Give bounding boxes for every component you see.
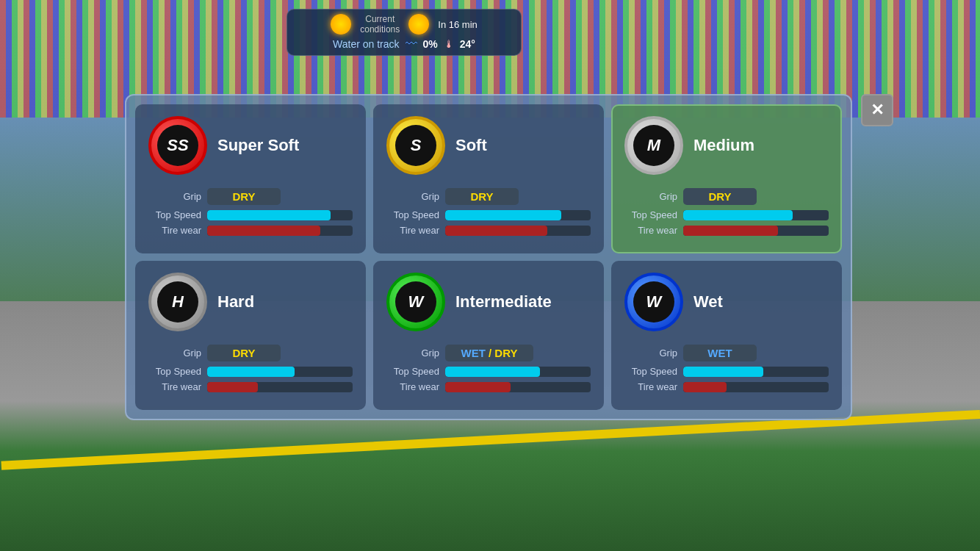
tirewear-bar-bg-soft [445,226,591,236]
sun-icon-future [408,14,429,35]
topspeed-label-hard: Top Speed [148,366,201,377]
weather-bar: Current conditions In 16 min Water on tr… [287,9,522,56]
tire-name-hard: Hard [217,292,254,311]
stat-topspeed-medium: Top Speed [624,209,829,220]
grip-badge-wet: WET [683,345,757,361]
tire-name-wet: Wet [693,292,723,311]
thermometer-icon: 🌡 [444,38,454,50]
tirewear-bar-bg-hard [207,382,353,392]
tire-name-super-soft: Super Soft [217,136,299,155]
topspeed-bar-bg-soft [445,210,591,220]
stat-topspeed-hard: Top Speed [148,366,353,377]
tire-letter-hard: H [157,281,198,323]
tire-card-intermediate[interactable]: W Intermediate Grip WET / DRY Top Speed … [373,261,604,410]
grip-label-wet: Grip [624,347,677,359]
grip-label-intermediate: Grip [386,347,439,359]
tirewear-bar-medium [683,226,778,236]
topspeed-label-medium: Top Speed [624,209,677,220]
topspeed-label-intermediate: Top Speed [386,366,439,377]
tirewear-bar-hard [207,382,258,392]
tire-icon-intermediate: W [386,273,445,331]
tirewear-label-wet: Tire wear [624,381,677,392]
topspeed-bar-bg-wet [683,367,829,377]
topspeed-bar-hard [207,367,295,377]
stat-tirewear-hard: Tire wear [148,381,353,392]
tire-icon-soft: S [386,116,445,175]
tire-card-hard[interactable]: H Hard Grip DRY Top Speed Tire wear [135,261,366,410]
stat-topspeed-wet: Top Speed [624,366,829,377]
tirewear-bar-intermediate [445,382,511,392]
stat-tirewear-wet: Tire wear [624,381,829,392]
tire-card-soft[interactable]: S Soft Grip DRY Top Speed Tire wear [373,104,604,253]
close-button[interactable]: ✕ [861,94,893,126]
tire-name-medium: Medium [693,136,754,155]
tirewear-label-intermediate: Tire wear [386,381,439,392]
temperature: 24° [460,38,475,50]
tire-card-medium[interactable]: M Medium Grip DRY Top Speed Tire wear [611,104,842,253]
topspeed-bar-bg-intermediate [445,367,591,377]
tire-card-wet[interactable]: W Wet Grip WET Top Speed Tire wear [611,261,842,410]
close-icon: ✕ [871,102,884,118]
stat-grip-hard: Grip DRY [148,345,353,361]
grip-badge-super-soft: DRY [207,188,281,205]
tirewear-bar-wet [683,382,727,392]
stat-tirewear-soft: Tire wear [386,225,591,236]
grip-badge-medium: DRY [683,188,757,205]
grip-label-medium: Grip [624,191,677,202]
tire-letter-medium: M [633,125,674,166]
tire-icon-medium: M [624,116,683,175]
tire-icon-hard: H [148,273,207,331]
tire-icon-wet: W [624,273,683,331]
conditions-label: conditions [360,24,400,35]
tirewear-bar-bg-wet [683,382,829,392]
tirewear-label-soft: Tire wear [386,225,439,236]
topspeed-bar-bg-super-soft [207,210,353,220]
grip-badge-hard: DRY [207,345,281,361]
topspeed-bar-intermediate [445,367,540,377]
tirewear-label-medium: Tire wear [624,225,677,236]
current-label: Current [360,14,400,24]
grip-label-super-soft: Grip [148,191,201,202]
stat-grip-super-soft: Grip DRY [148,188,353,205]
water-on-track-label: Water on track [333,38,400,50]
tirewear-label-hard: Tire wear [148,381,201,392]
stat-topspeed-soft: Top Speed [386,209,591,220]
tirewear-bar-soft [445,226,547,236]
tire-grid: SS Super Soft Grip DRY Top Speed Tire we… [135,104,842,410]
stat-grip-intermediate: Grip WET / DRY [386,345,591,361]
stat-tirewear-super-soft: Tire wear [148,225,353,236]
grip-label-soft: Grip [386,191,439,202]
sun-icon-current [331,14,351,35]
stat-grip-soft: Grip DRY [386,188,591,205]
tire-letter-super-soft: SS [157,125,198,166]
tirewear-bar-bg-medium [683,226,829,236]
topspeed-bar-soft [445,210,561,220]
topspeed-bar-bg-medium [683,210,829,220]
water-icon: 〰 [406,37,417,51]
stat-topspeed-intermediate: Top Speed [386,366,591,377]
tire-selection-panel: SS Super Soft Grip DRY Top Speed Tire we… [125,94,852,420]
stat-tirewear-medium: Tire wear [624,225,829,236]
tirewear-bar-bg-intermediate [445,382,591,392]
tire-name-intermediate: Intermediate [455,292,552,311]
topspeed-bar-medium [683,210,793,220]
topspeed-label-wet: Top Speed [624,366,677,377]
tirewear-bar-bg-super-soft [207,226,353,236]
tire-card-super-soft[interactable]: SS Super Soft Grip DRY Top Speed Tire we… [135,104,366,253]
tire-letter-soft: S [395,125,436,166]
tire-name-soft: Soft [455,136,487,155]
stat-tirewear-intermediate: Tire wear [386,381,591,392]
in-time-label: In 16 min [438,19,477,30]
topspeed-bar-wet [683,367,763,377]
water-percent: 0% [423,38,438,50]
topspeed-label-soft: Top Speed [386,209,439,220]
tire-letter-wet: W [633,281,674,323]
stat-grip-wet: Grip WET [624,345,829,361]
stat-topspeed-super-soft: Top Speed [148,209,353,220]
stat-grip-medium: Grip DRY [624,188,829,205]
tire-letter-intermediate: W [395,281,436,323]
topspeed-bar-bg-hard [207,367,353,377]
grip-label-hard: Grip [148,347,201,359]
topspeed-label-super-soft: Top Speed [148,209,201,220]
topspeed-bar-super-soft [207,210,331,220]
